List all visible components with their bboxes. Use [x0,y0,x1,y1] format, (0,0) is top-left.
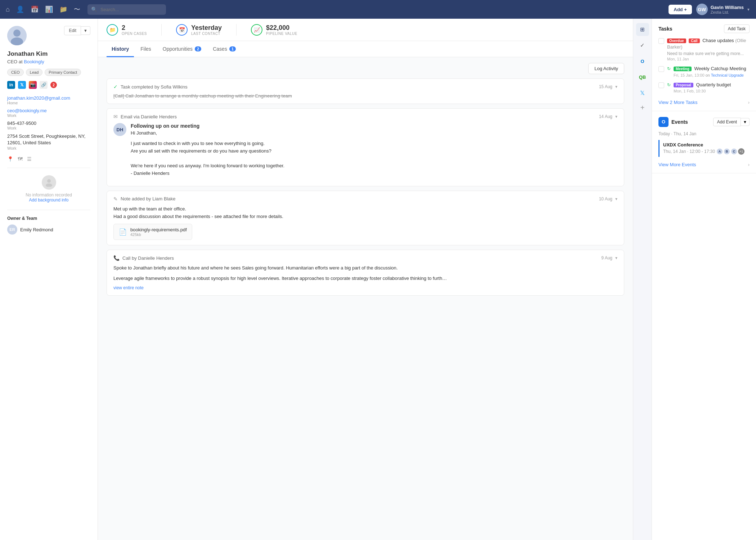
pipeline-icon: 📈 [251,24,262,36]
activity-icon[interactable]: 〜 [74,5,80,14]
list-icon[interactable]: ☰ [27,156,32,162]
note-icon: ✎ [113,196,118,202]
task-text: [Call] Call Jonathan to arrange a monthl… [113,93,617,99]
entry-header-email: ✉ Email via Danielle Henders 14 Aug ▾ [113,114,617,119]
task-badges-3: Proposal Quarterly budget [674,82,750,88]
view-more-tasks-link[interactable]: View 2 More Tasks › [658,97,750,105]
work-email-label: Work [7,113,90,118]
tasks-title-row: Tasks Add Task [658,24,750,33]
owner-name: Emily Redmond [20,227,53,232]
stat-pipeline: 📈 $22,000 PIPELINE VALUE [251,24,297,36]
home-icon[interactable]: ⌂ [6,6,10,13]
home-email-link[interactable]: jonathan.kim2020@gmail.com [7,95,70,101]
log-activity-button[interactable]: Log Activity [588,63,624,74]
person-icon[interactable]: 👤 [16,5,24,13]
task-checkbox-1[interactable] [658,38,664,44]
note-entry-label: Note added by Liam Blake [121,196,175,201]
add-event-dropdown-icon[interactable]: ▼ [741,118,750,126]
avatar: GW [696,4,708,15]
technical-upgrade-link[interactable]: Technical Upgrade [711,73,744,77]
pdf-attachment[interactable]: 📄 bookingly-requirements.pdf 425kb [113,224,192,240]
call-body-2: Leverage agile frameworks to provide a r… [113,275,617,282]
tag-lead[interactable]: Lead [26,69,42,76]
twitter-strip-icon[interactable]: 𝕏 [636,86,649,99]
instagram-icon[interactable]: 📷 [29,81,37,89]
chevron-down-call-icon[interactable]: ▾ [615,255,617,260]
grid-icon[interactable]: ⊞ [636,23,649,36]
home-email-label: Home [7,101,90,105]
calendar-icon[interactable]: 📅 [31,5,39,13]
address-label: Work [7,146,90,150]
add-event-wrap: Add Event ▼ [713,118,750,126]
address-item: 2754 Scott Street, Poughkeepsie, NY, 126… [7,133,90,150]
add-background-link[interactable]: Add background info [7,198,90,203]
search-input[interactable] [87,4,166,15]
twitter-icon[interactable]: 𝕏 [18,81,26,89]
user-menu[interactable]: GW Gavin Williams Zestia Ltd. ▼ [696,4,750,15]
company-link[interactable]: Bookingly [24,59,44,64]
linkedin-icon[interactable]: in [7,81,15,89]
quickbooks-icon[interactable]: QB [636,71,649,83]
event-avatars: A B C +1 [716,148,744,155]
tab-cases[interactable]: Cases 1 [208,41,241,57]
contact-name: Jonathan Kim [7,50,90,58]
location-icon[interactable]: 📍 [7,156,13,162]
email-icon: ✉ [113,114,118,119]
add-event-button[interactable]: Add Event [713,118,741,126]
tab-files[interactable]: Files [135,41,156,57]
call-entry-label: Call by Danielle Henders [122,255,174,261]
add-task-button[interactable]: Add Task [724,24,750,33]
tag-primary-contact[interactable]: Primary Contact [45,69,81,76]
main-layout: Edit ▼ Jonathan Kim CEO at Bookingly CEO… [0,19,756,540]
tab-history[interactable]: History [107,41,134,57]
task-checkbox-3[interactable] [658,82,664,88]
view-more-events-link[interactable]: View More Events › [658,160,750,167]
notification-badge: 2 [50,82,57,88]
entry-meta-note: 10 Aug ▾ [599,196,617,201]
open-cases-label: OPEN CASES [122,32,147,36]
view-more-events-label: View More Events [658,162,696,167]
tab-opportunities[interactable]: Opportunities 2 [158,41,206,57]
outlook-icon[interactable]: O [636,55,649,68]
add-integration-icon[interactable]: + [640,104,645,112]
view-entire-note-link[interactable]: view entire note [113,285,144,290]
activity-entry-note: ✎ Note added by Liam Blake 10 Aug ▾ Met … [107,191,624,246]
pdf-size: 425kb [130,232,187,237]
events-title-wrap: O Events [658,117,688,127]
task-entry-label: Task completed by Sofia Wilkins [121,84,188,90]
call-icon: 📞 [113,255,120,261]
map-icon[interactable]: 🗺 [18,156,23,162]
main-content: 📁 2 OPEN CASES 📅 Yesterday LAST CONTACT … [98,19,633,540]
open-cases-value: 2 [122,24,147,32]
chart-icon[interactable]: 📊 [45,5,53,13]
check-circle-icon[interactable]: ✓ [636,39,649,52]
email-para1: I just wanted to check in with you to se… [131,140,284,155]
edit-button[interactable]: Edit [64,26,81,35]
phone-item: 845-437-9500 Work [7,121,90,130]
work-email-link[interactable]: ceo@bookingly.me [7,108,47,113]
task-content-1: Overdue Call Chase updates (Ollie Barker… [667,37,750,61]
phone-number: 845-437-9500 [7,121,90,126]
chevron-down-email-icon[interactable]: ▾ [615,114,617,119]
entry-meta-email: 14 Aug ▾ [599,114,617,119]
tag-ceo[interactable]: CEO [7,69,24,76]
chevron-down-note-icon[interactable]: ▾ [615,196,617,201]
task-refresh-3[interactable]: ↻ [667,82,671,87]
last-contact-icon: 📅 [176,24,188,36]
add-button[interactable]: Add + [669,5,692,14]
task-date-2: Fri, 15 Jan, 13:00 on Technical Upgrade [674,73,750,77]
task-checkbox-2[interactable] [658,66,664,72]
link-icon[interactable]: 🔗 [40,81,48,89]
chevron-down-icon[interactable]: ▾ [615,84,617,89]
task-refresh-2[interactable]: ↻ [667,66,671,71]
folder-icon[interactable]: 📁 [59,5,67,13]
open-cases-icon: 📁 [107,24,118,36]
tasks-title: Tasks [658,26,672,32]
cases-badge: 1 [229,46,236,51]
stat-divider-1 [161,24,162,36]
pdf-icon: 📄 [119,228,127,236]
entry-type-note: ✎ Note added by Liam Blake [113,196,175,202]
top-navigation: ⌂ 👤 📅 📊 📁 〜 🔍 Add + GW Gavin Williams Ze… [0,0,756,19]
entry-header-task: ✓ Task completed by Sofia Wilkins 15 Aug… [113,84,617,90]
edit-dropdown-icon[interactable]: ▼ [81,26,90,35]
